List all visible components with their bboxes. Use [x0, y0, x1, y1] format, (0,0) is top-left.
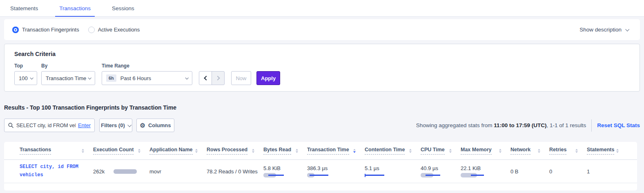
- column-header-max_memory[interactable]: Max Memory: [461, 147, 510, 155]
- stddev-line: [268, 175, 284, 176]
- cell-value: movr: [149, 168, 198, 175]
- sort-icon[interactable]: [409, 149, 412, 153]
- sort-up-icon: [353, 149, 356, 150]
- previous-interval-button[interactable]: [199, 71, 212, 85]
- search-input[interactable]: [16, 123, 76, 128]
- sort-icon[interactable]: [616, 149, 619, 153]
- search-enter-button[interactable]: Enter: [78, 122, 91, 128]
- stddev-line: [426, 175, 440, 176]
- tab-sessions[interactable]: Sessions: [108, 0, 138, 16]
- gear-icon: ⚙: [140, 122, 145, 128]
- stddev-line: [310, 175, 328, 176]
- cell-rows_processed: 78.2 Reads / 0 Writes: [207, 168, 263, 175]
- column-header-bytes_read[interactable]: Bytes Read: [263, 147, 307, 155]
- sort-up-icon: [575, 149, 578, 150]
- cell-transaction_time: 386.3 µs: [307, 165, 365, 178]
- column-header-label: Statements: [587, 147, 614, 155]
- radio-label: Transaction Fingerprints: [22, 27, 79, 33]
- radio-active-executions[interactable]: Active Executions: [88, 27, 140, 33]
- sort-down-icon: [616, 151, 619, 153]
- next-interval-button[interactable]: [212, 71, 225, 85]
- by-field: By Transaction Time: [41, 63, 95, 85]
- cell-value: 22.1 KiB: [461, 165, 501, 171]
- column-header-cpu_time[interactable]: CPU Time: [421, 147, 461, 155]
- sort-up-icon: [449, 149, 452, 150]
- column-header-label: Retries: [549, 147, 566, 155]
- sort-down-icon: [82, 151, 84, 153]
- show-description-label: Show description: [579, 27, 622, 33]
- column-header-label: Bytes Read: [263, 147, 291, 155]
- sort-icon[interactable]: [499, 149, 501, 153]
- radio-unselected-icon: [88, 27, 95, 33]
- tab-statements[interactable]: Statements: [6, 0, 42, 16]
- column-header-execution_count[interactable]: Execution Count: [93, 147, 149, 155]
- cell-contention_time: 5.1 µs: [365, 165, 421, 178]
- results-controls-row: Enter Filters (0) ⚙ Columns Showing aggr…: [4, 119, 640, 132]
- column-header-transactions[interactable]: Transactions: [20, 147, 93, 155]
- chevron-down-icon: [88, 76, 91, 79]
- sort-up-icon: [616, 149, 619, 150]
- cell-value: 0 B: [510, 168, 540, 175]
- sort-up-icon: [409, 149, 412, 150]
- column-header-label: CPU Time: [421, 147, 445, 155]
- view-toggle-strip: Transaction Fingerprints Active Executio…: [4, 19, 640, 40]
- column-header-rows_processed[interactable]: Rows Processed: [207, 147, 263, 155]
- filters-button[interactable]: Filters (0): [99, 119, 132, 132]
- time-range-select[interactable]: 6h Past 6 Hours: [102, 71, 192, 85]
- cell-network: 0 B: [510, 168, 549, 175]
- time-pager: [199, 71, 225, 85]
- search-criteria-title: Search Criteria: [14, 51, 630, 57]
- time-range-field: Time Range 6h Past 6 Hours: [102, 63, 192, 85]
- column-header-statements[interactable]: Statements: [587, 147, 628, 155]
- aggregated-stats-text: Showing aggregated stats from 11:00 to 1…: [416, 122, 586, 128]
- top-label: Top: [14, 63, 37, 69]
- cell-application_name: movr: [149, 168, 207, 175]
- top-select-value: 100: [19, 75, 28, 81]
- chevron-right-icon: [215, 76, 220, 80]
- radio-selected-icon: [12, 27, 19, 33]
- column-header-label: Transactions: [20, 147, 51, 155]
- cell-statements: 1: [587, 168, 628, 175]
- sort-icon[interactable]: [296, 149, 298, 153]
- now-button[interactable]: Now: [231, 71, 251, 85]
- sort-up-icon: [138, 149, 140, 150]
- show-description-toggle[interactable]: Show description: [579, 27, 628, 33]
- column-header-network[interactable]: Network: [510, 147, 549, 155]
- radio-label: Active Executions: [98, 27, 140, 33]
- sort-icon[interactable]: [195, 149, 198, 153]
- cell-value: 5.1 µs: [365, 165, 412, 171]
- by-label: By: [41, 63, 95, 69]
- sort-icon[interactable]: [575, 149, 578, 153]
- tab-transactions[interactable]: Transactions: [55, 0, 95, 16]
- sort-icon[interactable]: [449, 149, 452, 153]
- filters-button-label: Filters (0): [101, 122, 125, 128]
- sort-up-icon: [195, 149, 198, 150]
- sort-icon[interactable]: [538, 149, 540, 153]
- reset-sql-stats-link[interactable]: Reset SQL Stats: [597, 122, 640, 128]
- count-bar: [114, 169, 137, 174]
- sort-icon[interactable]: [82, 149, 84, 153]
- cell-value: 0: [549, 168, 578, 175]
- column-header-transaction_time[interactable]: Transaction Time: [307, 147, 365, 155]
- by-select[interactable]: Transaction Time: [41, 71, 95, 85]
- aggregated-stats-group: Showing aggregated stats from 11:00 to 1…: [416, 119, 640, 132]
- chevron-down-icon: [127, 123, 131, 127]
- radio-transaction-fingerprints[interactable]: Transaction Fingerprints: [12, 27, 79, 33]
- column-header-label: Application Name: [149, 147, 193, 155]
- sort-icon[interactable]: [252, 149, 254, 153]
- cell-value: 386.3 µs: [307, 165, 356, 171]
- stddev-bar-chart: [421, 173, 452, 178]
- column-header-contention_time[interactable]: Contention Time: [365, 147, 421, 155]
- search-box[interactable]: Enter: [4, 119, 95, 132]
- sort-icon[interactable]: [138, 149, 140, 153]
- top-select[interactable]: 100: [14, 71, 37, 85]
- transaction-fingerprint-link[interactable]: SELECT city, id FROMvehicles: [20, 163, 84, 180]
- results-table: TransactionsExecution CountApplication N…: [4, 142, 637, 191]
- column-header-retries[interactable]: Retries: [549, 147, 587, 155]
- apply-button[interactable]: Apply: [256, 71, 280, 85]
- column-header-application_name[interactable]: Application Name: [149, 147, 207, 155]
- columns-button[interactable]: ⚙ Columns: [136, 119, 174, 132]
- stddev-bar-chart: [263, 173, 298, 178]
- sort-icon[interactable]: [353, 149, 356, 153]
- cell-value: 1: [587, 168, 619, 175]
